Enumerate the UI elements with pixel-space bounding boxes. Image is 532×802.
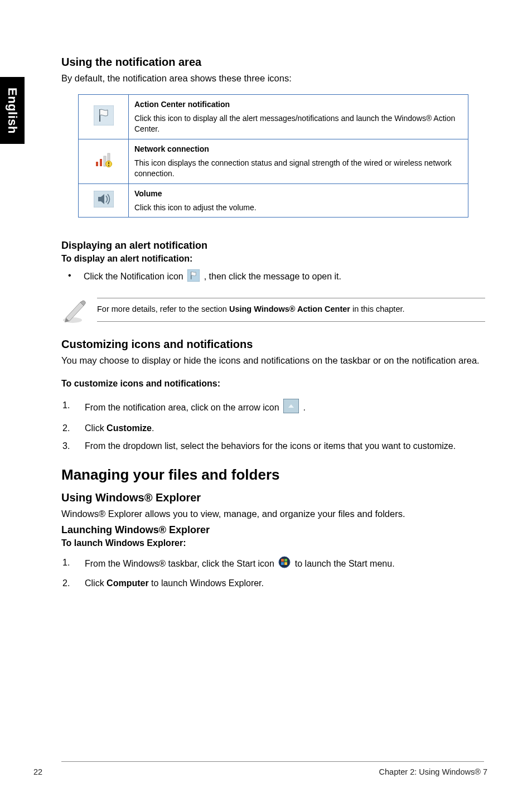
text: to launch Windows Explorer. xyxy=(149,578,264,588)
icon-cell-volume xyxy=(79,183,129,218)
language-tab-label: English xyxy=(5,88,20,134)
cell-desc: Click this icon to display all the alert… xyxy=(134,114,455,133)
list-item: Click the Notification icon , then click… xyxy=(64,269,485,285)
svg-rect-1 xyxy=(96,162,98,166)
page-root: English Using the notification area By d… xyxy=(0,0,532,802)
lead-explorer: Windows® Explorer allows you to view, ma… xyxy=(61,508,485,520)
list-item: 2. Click Computer to launch Windows Expl… xyxy=(61,577,485,590)
text: Click xyxy=(85,423,107,433)
heading-using-explorer: Using Windows® Explorer xyxy=(61,491,485,504)
note-text: For more details, refer to the section U… xyxy=(97,304,485,315)
text: For more details, refer to the section xyxy=(97,305,229,313)
lead-customizing: You may choose to display or hide the ic… xyxy=(61,354,485,366)
text: From the dropdown list, select the behav… xyxy=(85,441,456,451)
cell-desc: Click this icon to adjust the volume. xyxy=(134,203,257,212)
text: Click xyxy=(85,578,107,588)
text: From the notification area, click on the… xyxy=(85,403,282,412)
text: From the Windows® taskbar, click the Sta… xyxy=(85,559,277,568)
subhead-launch-explorer: To launch Windows Explorer: xyxy=(61,538,485,548)
footer: 22 Chapter 2: Using Windows® 7 xyxy=(33,767,487,776)
svg-rect-2 xyxy=(100,159,102,166)
heading-displaying-alert: Displaying an alert notification xyxy=(61,240,485,252)
text-bold: Computer xyxy=(107,578,149,588)
svg-rect-13 xyxy=(281,559,284,562)
volume-icon xyxy=(94,191,114,207)
customize-steps-list: 1. From the notification area, click on … xyxy=(61,399,485,453)
number: 1. xyxy=(62,556,70,569)
arrow-tray-icon xyxy=(283,399,299,417)
text: Click the Notification icon xyxy=(84,272,186,282)
pencil-note-icon xyxy=(61,297,87,326)
heading-managing-files: Managing your files and folders xyxy=(61,466,485,484)
subhead-display-alert: To display an alert notification: xyxy=(61,254,485,264)
number: 2. xyxy=(62,577,70,590)
list-item: 3. From the dropdown list, select the be… xyxy=(61,439,485,453)
cell-title: Network connection xyxy=(134,144,462,154)
language-tab: English xyxy=(0,77,25,144)
note-text-wrap: For more details, refer to the section U… xyxy=(97,298,485,322)
text-bold: Customize xyxy=(107,423,152,433)
page-number: 22 xyxy=(33,767,42,776)
start-orb-icon xyxy=(278,556,291,572)
heading-launching-explorer: Launching Windows® Explorer xyxy=(61,524,485,536)
number: 3. xyxy=(62,439,70,453)
footer-divider xyxy=(61,761,484,762)
cell-title: Volume xyxy=(134,189,462,199)
cell-volume: Volume Click this icon to adjust the vol… xyxy=(129,183,468,218)
icon-cell-action-center xyxy=(79,95,129,139)
text: . xyxy=(303,403,306,412)
text: to launch the Start menu. xyxy=(295,559,395,568)
svg-rect-15 xyxy=(281,562,284,565)
table-row: Volume Click this icon to adjust the vol… xyxy=(79,183,468,218)
svg-rect-16 xyxy=(284,562,287,565)
divider xyxy=(97,321,485,322)
action-center-flag-icon xyxy=(94,105,114,125)
number: 2. xyxy=(62,422,70,435)
chapter-label: Chapter 2: Using Windows® 7 xyxy=(379,767,487,776)
alert-steps-list: Click the Notification icon , then click… xyxy=(64,269,485,285)
cell-action-center: Action Center notification Click this ic… xyxy=(129,95,468,139)
content-area: Using the notification area By default, … xyxy=(61,56,485,595)
note-block: For more details, refer to the section U… xyxy=(61,298,485,326)
subhead-customize: To customize icons and notifications: xyxy=(61,379,485,389)
notification-flag-icon xyxy=(187,269,200,285)
svg-rect-14 xyxy=(284,559,287,562)
cell-desc: This icon displays the connection status… xyxy=(134,158,452,178)
launch-steps-list: 1. From the Windows® taskbar, click the … xyxy=(61,556,485,590)
notification-icons-table: Action Center notification Click this ic… xyxy=(78,94,468,218)
text-bold: Using Windows® Action Center xyxy=(229,305,350,313)
heading-notification-area: Using the notification area xyxy=(61,56,485,69)
table-row: Network connection This icon displays th… xyxy=(79,139,468,183)
table-row: Action Center notification Click this ic… xyxy=(79,95,468,139)
icon-cell-network xyxy=(79,139,129,183)
text: , then click the message to open it. xyxy=(204,272,341,282)
cell-network: Network connection This icon displays th… xyxy=(129,139,468,183)
text: in this chapter. xyxy=(350,305,405,313)
cell-title: Action Center notification xyxy=(134,99,462,110)
divider xyxy=(97,298,485,298)
number: 1. xyxy=(62,399,70,412)
list-item: 2. Click Customize. xyxy=(61,422,485,435)
text: . xyxy=(152,423,154,433)
lead-notification-area: By default, the notification area shows … xyxy=(61,72,485,84)
network-connection-icon xyxy=(94,152,113,168)
heading-customizing: Customizing icons and notifications xyxy=(61,338,485,351)
svg-rect-7 xyxy=(108,165,109,166)
list-item: 1. From the notification area, click on … xyxy=(61,399,485,417)
list-item: 1. From the Windows® taskbar, click the … xyxy=(61,556,485,572)
svg-rect-6 xyxy=(108,162,109,164)
